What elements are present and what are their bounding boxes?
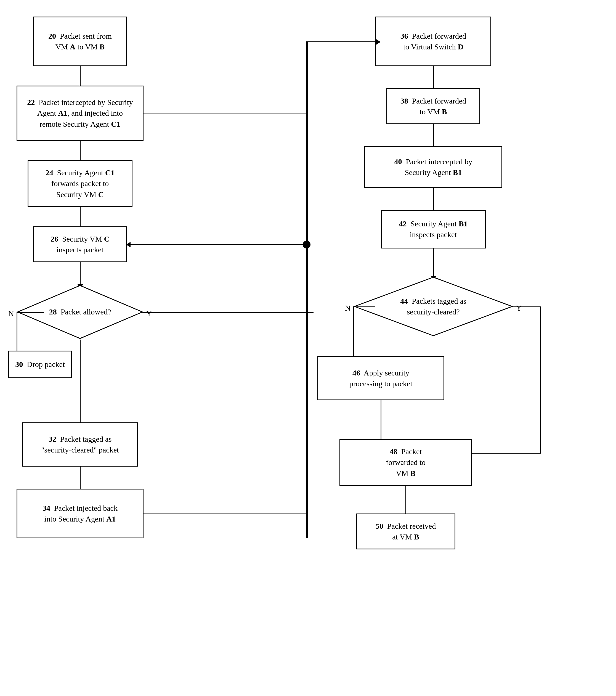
arrow-44-n-v	[353, 306, 354, 356]
conn-pipe-to-36	[307, 42, 376, 42]
label-n-44: N	[345, 304, 351, 313]
arrow-26-28	[80, 262, 81, 284]
junction-circle	[303, 241, 310, 249]
conn-pipe-main	[306, 42, 308, 538]
box-36: 36 Packet forwardedto Virtual Switch D	[375, 17, 491, 66]
arrowhead-to-26	[126, 242, 131, 247]
box-32: 32 Packet tagged as"security-cleared" pa…	[22, 423, 138, 466]
diamond-28: 28 Packet allowed?	[17, 284, 144, 339]
arrow-28-n-v	[17, 312, 17, 351]
box-30: 30 Drop packet	[8, 351, 72, 378]
arrow-22-24	[80, 141, 81, 160]
box-48: 48 Packetforwarded toVM B	[339, 439, 472, 486]
arrow-32-34	[80, 466, 81, 489]
label-y-44: Y	[516, 304, 522, 313]
box-26: 26 Security VM Cinspects packet	[33, 226, 127, 262]
arrow-36-38	[433, 66, 434, 88]
box-24: 24 Security Agent C1forwards packet toSe…	[28, 160, 132, 207]
box-50: 50 Packet receivedat VM B	[356, 513, 455, 549]
diamond-44: 44 Packets tagged as security-cleared?	[353, 276, 513, 337]
conn-34-to-pipe	[144, 513, 307, 515]
arrow-20-22	[80, 66, 81, 85]
label-y-28: Y	[146, 309, 152, 318]
arrow-28-32	[80, 339, 81, 423]
arrow-24-26	[80, 207, 81, 226]
arrow-40-42	[433, 188, 434, 210]
arrow-44-y-h2	[472, 453, 541, 454]
box-46: 46 Apply securityprocessing to packet	[318, 356, 444, 400]
box-42: 42 Security Agent B1inspects packet	[381, 210, 486, 249]
label-n-28: N	[8, 309, 14, 318]
box-20: 20 Packet sent fromVM A to VM B	[33, 17, 127, 66]
arrow-28-y-h	[142, 312, 313, 313]
arrow-48-50	[405, 486, 406, 513]
conn-26-to-pipe	[127, 244, 307, 245]
box-34: 34 Packet injected backinto Security Age…	[17, 489, 144, 538]
box-38: 38 Packet forwardedto VM B	[386, 88, 480, 124]
arrow-46-48	[380, 400, 382, 439]
arrow-44-y-v	[540, 306, 541, 453]
box-40: 40 Packet intercepted bySecurity Agent B…	[364, 146, 502, 188]
arrow-44-n-h	[353, 306, 375, 307]
box-22: 22 Packet intercepted by SecurityAgent A…	[17, 85, 144, 141]
conn-22-right	[144, 113, 306, 113]
arrow-38-40	[433, 124, 434, 146]
arrow-44-y-h	[513, 306, 540, 307]
arrow-42-44	[433, 249, 434, 276]
flowchart: 20 Packet sent fromVM A to VM B 22 Packe…	[0, 0, 616, 696]
